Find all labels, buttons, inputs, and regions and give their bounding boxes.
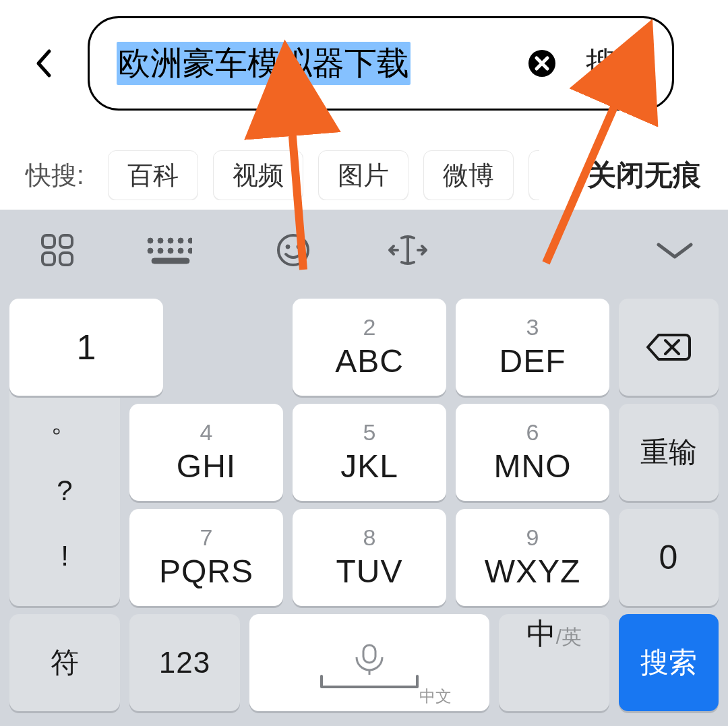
numeric-key[interactable]: 123 [129, 614, 240, 711]
quick-search-chip[interactable]: 微博 [423, 150, 514, 200]
close-incognito-button[interactable]: 关闭无痕 [588, 156, 701, 194]
svg-point-18 [297, 245, 301, 249]
keyboard-search-key[interactable]: 搜索 [619, 614, 719, 711]
key-5-jkl[interactable]: 5 JKL [293, 404, 446, 501]
key-2-abc[interactable]: 2 ABC [293, 299, 446, 396]
key-letters: TUV [336, 553, 403, 590]
key-letters: WXYZ [485, 553, 581, 590]
key-digit: 8 [363, 526, 376, 549]
key-9-wxyz[interactable]: 9 WXYZ [456, 509, 609, 606]
backspace-icon [645, 331, 692, 363]
key-letters: GHI [177, 448, 236, 485]
keyboard-icon [145, 235, 192, 265]
svg-rect-4 [60, 253, 72, 265]
space-key[interactable]: 中文 [249, 614, 489, 711]
symbol-key[interactable]: 符 [9, 614, 120, 711]
key-0[interactable]: 0 [619, 509, 719, 606]
key-letters: MNO [494, 448, 572, 485]
key-digit: 3 [526, 315, 539, 338]
quick-search-chip[interactable]: 视频 [213, 150, 303, 200]
key-label: 0 [659, 538, 679, 577]
key-4-ghi[interactable]: 4 GHI [129, 404, 283, 501]
grid-icon [38, 231, 76, 269]
back-button[interactable] [27, 47, 61, 80]
quick-search-row: 快搜: 百科 视频 图片 微博 知乎 关闭无痕 [0, 142, 728, 209]
key-digit: 9 [526, 526, 539, 549]
key-digit: 6 [526, 421, 539, 444]
key-grid: ， 。 ? ! 1 2 ABC 3 DEF 4 [9, 299, 719, 711]
key-digit: 1 [77, 330, 96, 365]
retype-key[interactable]: 重输 [619, 404, 719, 501]
svg-rect-2 [60, 235, 72, 247]
space-bar-icon [319, 673, 420, 694]
punct-key[interactable]: ! [61, 540, 69, 572]
svg-point-7 [168, 238, 173, 243]
quick-search-chip[interactable]: 百科 [108, 150, 198, 200]
keyboard-toolbar [0, 210, 728, 291]
text-cursor-icon [386, 234, 430, 266]
keyboard-panel: ， 。 ? ! 1 2 ABC 3 DEF 4 [0, 210, 728, 726]
svg-point-10 [148, 248, 153, 253]
edit-button[interactable] [377, 228, 438, 272]
backspace-key[interactable] [619, 299, 719, 396]
microphone-icon [340, 644, 398, 675]
quick-search-chip[interactable]: 图片 [318, 150, 408, 200]
key-sublabel: /英 [556, 624, 582, 651]
svg-rect-3 [42, 253, 55, 265]
chevron-down-icon [655, 239, 695, 261]
key-digit: 5 [363, 421, 376, 444]
key-6-mno[interactable]: 6 MNO [456, 404, 609, 501]
key-8-tuv[interactable]: 8 TUV [293, 509, 446, 606]
svg-point-11 [158, 248, 163, 253]
key-letters: ABC [335, 342, 404, 380]
key-3-def[interactable]: 3 DEF [456, 299, 609, 396]
chevron-left-icon [34, 49, 53, 78]
punct-key[interactable]: ? [57, 475, 72, 507]
svg-rect-15 [152, 258, 189, 264]
svg-point-9 [188, 238, 192, 243]
svg-point-8 [178, 238, 183, 243]
key-letters: JKL [340, 448, 398, 485]
svg-rect-19 [363, 645, 375, 663]
screen: 欧洲豪车模拟器下载 搜索 快搜: 百科 视频 图片 微博 知乎 关闭无痕 [0, 0, 728, 726]
svg-rect-1 [42, 235, 55, 247]
quick-search-chips: 百科 视频 图片 微博 知乎 [108, 150, 539, 200]
collapse-keyboard-button[interactable] [644, 228, 705, 272]
search-button[interactable]: 搜索 [586, 42, 648, 84]
svg-point-14 [188, 248, 192, 253]
language-key[interactable]: 中/英 [499, 614, 609, 711]
space-sublabel: 中文 [419, 686, 452, 707]
quick-search-label: 快搜: [26, 158, 84, 193]
key-7-pqrs[interactable]: 7 PQRS [129, 509, 283, 606]
svg-point-16 [278, 235, 308, 265]
key-digit: 2 [363, 315, 376, 338]
top-bar: 欧洲豪车模拟器下载 搜索 [0, 16, 728, 111]
keyboard-menu-button[interactable] [27, 228, 88, 272]
emoji-button[interactable] [263, 228, 324, 272]
key-label: 搜索 [640, 644, 697, 682]
key-letters: DEF [499, 342, 566, 380]
svg-point-17 [286, 245, 290, 249]
punct-key[interactable]: 。 [51, 403, 79, 441]
key-label: 中 [526, 614, 556, 654]
emoji-icon [276, 233, 311, 268]
key-digit: 7 [200, 526, 213, 549]
svg-point-6 [158, 238, 163, 243]
key-1[interactable]: 1 [9, 299, 163, 396]
close-circle-icon [528, 49, 556, 78]
search-input[interactable]: 欧洲豪车模拟器下载 [117, 42, 411, 85]
key-letters: PQRS [159, 553, 253, 590]
quick-search-chip[interactable]: 知乎 [528, 150, 539, 200]
key-label: 123 [159, 646, 210, 679]
key-label: 符 [51, 644, 79, 682]
svg-point-12 [168, 248, 173, 253]
key-label: 重输 [640, 433, 697, 471]
svg-point-13 [178, 248, 183, 253]
key-digit: 4 [200, 421, 213, 444]
clear-button[interactable] [528, 49, 556, 78]
search-box: 欧洲豪车模拟器下载 搜索 [88, 16, 674, 111]
keyboard-layout-button[interactable] [138, 228, 199, 272]
svg-point-5 [148, 238, 153, 243]
